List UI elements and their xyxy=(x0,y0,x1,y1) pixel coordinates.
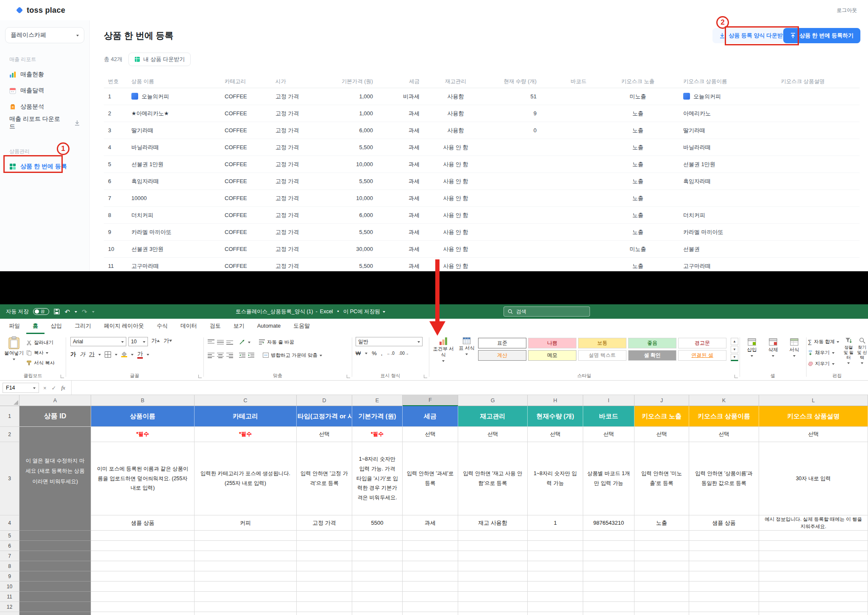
conditional-formatting-button[interactable]: 조건부 서식 xyxy=(431,337,455,362)
logout-link[interactable]: 로그아웃 xyxy=(837,7,857,14)
cell-D5[interactable] xyxy=(297,531,352,541)
clipboard-dialog-launcher[interactable] xyxy=(61,375,64,378)
cell-J2[interactable]: 선택 xyxy=(634,427,689,442)
cell-H6[interactable] xyxy=(528,541,583,551)
cell-G10[interactable] xyxy=(458,582,528,592)
cell-A7[interactable] xyxy=(19,551,91,561)
increase-decimal-button[interactable]: ←.0 xyxy=(387,351,394,356)
column-header-G[interactable]: G xyxy=(458,395,528,406)
align-left-icon[interactable] xyxy=(208,353,214,358)
search-box[interactable]: 검색 xyxy=(504,306,590,317)
row-header-7[interactable]: 7 xyxy=(0,551,19,561)
cell-D8[interactable] xyxy=(297,561,352,571)
cell-H9[interactable] xyxy=(528,571,583,582)
cell-C11[interactable] xyxy=(195,592,297,602)
cell-F3[interactable]: 입력 안하면 '과세'로 등록 xyxy=(403,442,458,515)
cell-I5[interactable] xyxy=(583,531,634,541)
row-header-4[interactable]: 4 xyxy=(0,515,19,531)
cell-I2[interactable]: 선택 xyxy=(583,427,634,442)
borders-icon[interactable] xyxy=(105,351,111,358)
percent-style-button[interactable]: % xyxy=(372,350,377,356)
row-header-11[interactable]: 11 xyxy=(0,592,19,602)
column-header-B[interactable]: B xyxy=(91,395,195,406)
fill-button[interactable]: 채우기 xyxy=(808,347,839,358)
cell-D10[interactable] xyxy=(297,582,352,592)
cell-J11[interactable] xyxy=(634,592,689,602)
bold-button[interactable]: 가 xyxy=(70,351,76,358)
cell-A4[interactable] xyxy=(19,515,91,531)
ribbon-tab-데이터[interactable]: 데이터 xyxy=(174,319,203,334)
cell-K8[interactable] xyxy=(689,561,759,571)
column-header-C[interactable]: C xyxy=(195,395,297,406)
cell-L6[interactable] xyxy=(759,541,868,551)
cell-I11[interactable] xyxy=(583,592,634,602)
name-box[interactable]: F14 xyxy=(3,383,39,393)
cell-F2[interactable]: 선택 xyxy=(403,427,458,442)
autosave-toggle[interactable]: 끔 xyxy=(33,308,49,315)
column-header-H[interactable]: H xyxy=(528,395,583,406)
sidebar-item-product-analysis[interactable]: 상품분석 xyxy=(5,99,84,115)
cell-F12[interactable] xyxy=(403,602,458,612)
cell-B13[interactable] xyxy=(91,612,195,615)
cell-C9[interactable] xyxy=(195,571,297,582)
cell-E2[interactable]: *필수 xyxy=(352,427,403,442)
cut-button[interactable]: 잘라내기 xyxy=(26,337,55,348)
undo-dropdown-icon[interactable] xyxy=(75,311,77,314)
cell-D1[interactable]: 타입(고정가격 or 시가) xyxy=(297,406,352,427)
product-row[interactable]: 2★아메리카노★COFFEE고정 가격1,000과세사용함9노출아메리카노 xyxy=(104,105,860,122)
cell-C5[interactable] xyxy=(195,531,297,541)
wrap-text-button[interactable]: 자동 줄 바꿈 xyxy=(259,337,294,347)
ribbon-tab-수식[interactable]: 수식 xyxy=(150,319,174,334)
row-header-5[interactable]: 5 xyxy=(0,531,19,541)
column-header-J[interactable]: J xyxy=(634,395,689,406)
font-dialog-launcher[interactable] xyxy=(198,375,202,378)
cell-C12[interactable] xyxy=(195,602,297,612)
styles-dialog-launcher[interactable] xyxy=(734,375,738,378)
cell-J1[interactable]: 키오스크 노출 xyxy=(634,406,689,427)
cell-J7[interactable] xyxy=(634,551,689,561)
cell-D7[interactable] xyxy=(297,551,352,561)
cell-G12[interactable] xyxy=(458,602,528,612)
cell-I3[interactable]: 상품별 바코드 1개만 입력 가능 xyxy=(583,442,634,515)
cell-H1[interactable]: 현재수량 (개) xyxy=(528,406,583,427)
save-icon[interactable] xyxy=(54,309,60,314)
number-format-combo[interactable]: 일반 xyxy=(356,337,423,346)
cell-A6[interactable] xyxy=(19,541,91,551)
cell-E1[interactable]: 기본가격 (원) xyxy=(352,406,403,427)
product-row[interactable]: 9카라멜 마끼아또COFFEE고정 가격5,500과세사용 안 함노출카라멜 마… xyxy=(104,224,860,241)
cell-L2[interactable]: 선택 xyxy=(759,427,868,442)
cell-G11[interactable] xyxy=(458,592,528,602)
cell-I4[interactable]: 9876543210 xyxy=(583,515,634,531)
align-top-icon[interactable] xyxy=(208,340,214,345)
cell-G1[interactable]: 재고관리 xyxy=(458,406,528,427)
ribbon-tab-삽입[interactable]: 삽입 xyxy=(45,319,68,334)
cell-I1[interactable]: 바코드 xyxy=(583,406,634,427)
cell-I6[interactable] xyxy=(583,541,634,551)
align-center-icon[interactable] xyxy=(217,353,224,358)
font-size-combo[interactable]: 10 xyxy=(128,337,148,346)
download-my-products-button[interactable]: 내 상품 다운받기 xyxy=(128,53,191,66)
cell-B9[interactable] xyxy=(91,571,195,582)
cell-style-메모[interactable]: 메모 xyxy=(528,350,576,361)
find-select-button[interactable]: 찾기 및 선택 xyxy=(856,337,868,365)
cell-C2[interactable]: *필수 xyxy=(195,427,297,442)
alignment-dialog-launcher[interactable] xyxy=(347,375,350,378)
cell-G13[interactable] xyxy=(458,612,528,615)
format-as-table-button[interactable]: 표 서식 xyxy=(457,337,476,356)
cell-style-설명 텍스트[interactable]: 설명 텍스트 xyxy=(578,350,626,361)
cell-H4[interactable]: 1 xyxy=(528,515,583,531)
undo-button[interactable]: ↶ xyxy=(64,309,70,315)
cell-A8[interactable] xyxy=(19,561,91,571)
row-header-3[interactable]: 3 xyxy=(0,442,19,515)
formula-input[interactable] xyxy=(71,381,868,395)
cell-B3[interactable]: 이미 포스에 등록된 이름과 같은 상품이름을 업로드하면 덮어씌워져요. (2… xyxy=(91,442,195,515)
cell-L7[interactable] xyxy=(759,551,868,561)
cell-J3[interactable]: 입력 안하면 '미노출'로 등록 xyxy=(634,442,689,515)
align-right-icon[interactable] xyxy=(226,353,233,358)
cell-H13[interactable] xyxy=(528,612,583,615)
cell-B5[interactable] xyxy=(91,531,195,541)
decrease-decimal-button[interactable]: .00→ xyxy=(399,351,409,356)
cell-H12[interactable] xyxy=(528,602,583,612)
cell-G8[interactable] xyxy=(458,561,528,571)
product-row[interactable]: 1오늘의커피COFFEE고정 가격1,000비과세사용함51미노출오늘의커피 xyxy=(104,88,860,105)
